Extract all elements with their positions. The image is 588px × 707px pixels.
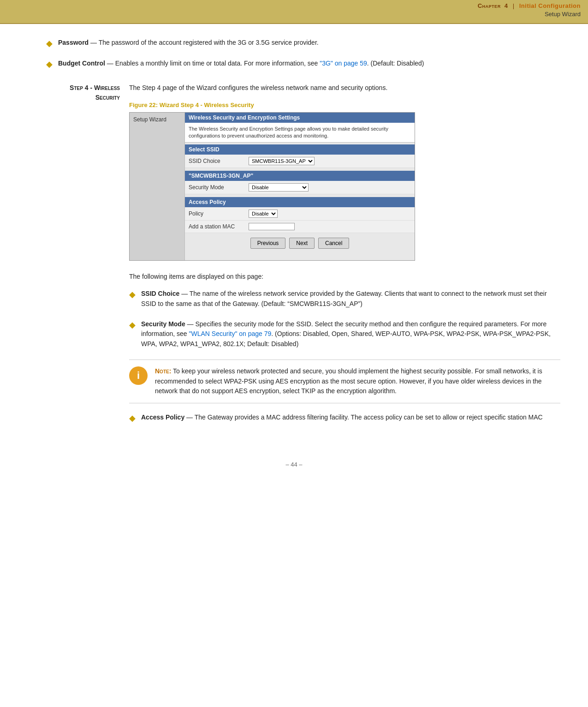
note-text: Note: To keep your wireless network prot… (155, 366, 560, 396)
bullet-access-label: Access Policy (141, 413, 184, 421)
bullet-security-label: Security Mode (141, 320, 185, 328)
bullet-password-body: — The password of the account registered… (89, 39, 319, 46)
budget-link[interactable]: "3G" on page 59 (320, 60, 367, 67)
bullet-security-mode: ◆ Security Mode — Specifies the security… (129, 319, 560, 349)
bullet-diamond-security: ◆ (129, 320, 136, 330)
note-body: To keep your wireless network protected … (155, 367, 542, 395)
bullet-diamond-ssid: ◆ (129, 289, 136, 300)
header-subsection: Setup Wizard (478, 10, 581, 18)
figure-sidebar: Setup Wizard (130, 113, 185, 260)
fig-security-mode-label: Security Mode (189, 184, 249, 191)
bullet-ssid-text: SSID Choice — The name of the wireless n… (141, 289, 560, 309)
step-title: Step 4 - Wireless Security (28, 83, 120, 102)
fig-policy-label: Policy (189, 210, 249, 217)
step-label-col: Step 4 - Wireless Security (28, 83, 129, 102)
figure-sidebar-label: Setup Wizard (133, 116, 181, 123)
bullet-access-policy: ◆ Access Policy — The Gateway provides a… (129, 413, 560, 423)
fig-next-button[interactable]: Next (289, 238, 315, 249)
chapter-word-label: Chapter (478, 2, 501, 9)
fig-ssid-select[interactable]: SMCWBR11S-3GN_AP (249, 157, 315, 165)
fig-buttons-row: Previous Next Cancel (185, 233, 415, 253)
step-description: The Step 4 page of the Wizard configures… (129, 83, 560, 93)
note-box: i Note: To keep your wireless network pr… (129, 359, 560, 403)
header-right: Chapter 4 | Initial Configuration Setup … (478, 2, 581, 18)
fig-cancel-button[interactable]: Cancel (318, 238, 349, 249)
bullet-budget-text: Budget Control — Enables a monthly limit… (58, 59, 424, 69)
security-link[interactable]: "WLAN Security" on page 79 (189, 330, 272, 337)
fig-section1-header: Wireless Security and Encryption Setting… (185, 113, 415, 123)
figure-main: Wireless Security and Encryption Setting… (185, 113, 415, 260)
bullet-ssid: ◆ SSID Choice — The name of the wireless… (129, 289, 560, 309)
fig-ssid-label: SSID Choice (189, 158, 249, 164)
page-number: – 44 – (285, 461, 302, 468)
fig-policy-row: Policy Disable (185, 207, 415, 221)
fig-ssid-row: SSID Choice SMCWBR11S-3GN_AP (185, 155, 415, 168)
page-header: Chapter 4 | Initial Configuration Setup … (0, 0, 588, 24)
header-pipe: | (513, 2, 515, 9)
fig-mac-label: Add a station MAC (189, 223, 249, 230)
bullet-access-body: — The Gateway provides a MAC address fil… (184, 413, 543, 421)
figure-box: Setup Wizard Wireless Security and Encry… (129, 112, 415, 261)
page-footer: – 44 – (0, 452, 588, 473)
bullet-password-text: Password — The password of the account r… (58, 38, 319, 48)
fig-mac-input[interactable] (249, 223, 295, 230)
fig-security-mode-select[interactable]: Disable (249, 183, 309, 192)
bullet-ssid-body: — The name of the wireless network servi… (141, 290, 547, 307)
step4-section: Step 4 - Wireless Security The Step 4 pa… (28, 83, 560, 433)
bullet-ssid-label: SSID Choice (141, 290, 179, 297)
fig-security-mode-row: Security Mode Disable (185, 181, 415, 194)
bullet-diamond-icon: ◆ (46, 38, 53, 48)
fig-previous-button[interactable]: Previous (250, 238, 286, 249)
step-body-col: The Step 4 page of the Wizard configures… (129, 83, 560, 433)
bullet-budget-label: Budget Control (58, 60, 105, 67)
figure-inner: Setup Wizard Wireless Security and Encry… (130, 113, 415, 260)
chapter-num: 4 (505, 2, 508, 9)
note-label: Note: (155, 367, 171, 375)
note-icon: i (129, 366, 148, 385)
fig-section1-desc: The Wireless Security and Encryption Set… (185, 123, 415, 143)
fig-section3-header: "SMCWBR11S-3GN_AP" (185, 171, 415, 181)
header-section: Initial Configuration (519, 2, 581, 9)
bullet-budget: ◆ Budget Control — Enables a monthly lim… (46, 59, 560, 69)
bullet-security-text: Security Mode — Specifies the security m… (141, 319, 560, 349)
bullet-diamond-icon-2: ◆ (46, 59, 53, 69)
step-label-line1: Step 4 - Wireless (70, 84, 120, 91)
bullet-password: ◆ Password — The password of the account… (46, 38, 560, 48)
fig-mac-row: Add a station MAC (185, 221, 415, 233)
step-label-line2: Security (95, 94, 120, 101)
fig-section2-header: Select SSID (185, 144, 415, 155)
fig-section4-header: Access Policy (185, 197, 415, 207)
fig-policy-select[interactable]: Disable (249, 210, 278, 218)
bullet-budget-body: — Enables a monthly limit on time or tot… (105, 60, 320, 67)
bullet-password-label: Password (58, 39, 89, 46)
bullet-diamond-access: ◆ (129, 413, 136, 423)
header-chapter: Chapter 4 | Initial Configuration (478, 2, 581, 10)
page-content: ◆ Password — The password of the account… (0, 24, 588, 447)
bullet-access-text: Access Policy — The Gateway provides a M… (141, 413, 543, 423)
figure-caption: Figure 22: Wizard Step 4 - Wireless Secu… (129, 102, 560, 108)
following-text: The following items are displayed on thi… (129, 272, 560, 282)
bullet-budget-body2: . (Default: Disabled) (367, 60, 424, 67)
